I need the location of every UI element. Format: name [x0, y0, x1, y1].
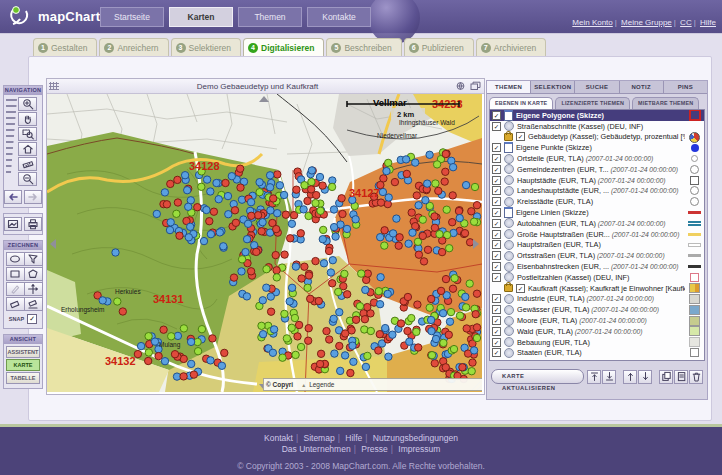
zoom-slider[interactable] — [6, 99, 17, 173]
layer-row[interactable]: ✓Postleitzahlen (Kassel) (DEU, INF) — [490, 272, 704, 283]
layer-row[interactable]: ✓Moore (EUR, TLA) (2007-01-24 00:00:00) — [490, 315, 704, 326]
footer-link-impressum[interactable]: Impressum — [398, 444, 440, 454]
tab-archivieren[interactable]: 7Archivieren — [476, 38, 547, 56]
footer-link-nutzungsbedingungen[interactable]: Nutzungsbedingungen — [373, 433, 458, 443]
edit-vertices-button[interactable] — [6, 282, 25, 296]
tab-themen[interactable]: THEMEN — [487, 81, 531, 93]
layer-row[interactable]: ✓Wald (EUR, TLA) (2007-01-24 00:00:00) — [490, 326, 704, 337]
layer-checkbox[interactable]: ✓ — [492, 186, 501, 195]
layer-checkbox[interactable]: ✓ — [516, 284, 525, 293]
delete-layer-button[interactable] — [689, 370, 703, 384]
footer-link-sitemap[interactable]: Sitemap — [303, 433, 334, 443]
nav-startseite[interactable]: Startseite — [100, 7, 164, 27]
footer-link-hilfe[interactable]: Hilfe — [345, 433, 362, 443]
print-button[interactable] — [24, 217, 42, 231]
layer-checkbox[interactable]: ✓ — [492, 251, 501, 260]
tab-selektieren[interactable]: 3Selektieren — [171, 38, 242, 56]
layer-row[interactable]: ✓Gemeindezentren (EUR, T... (2007-01-24 … — [490, 164, 704, 175]
view-tabelle-button[interactable]: TABELLE — [6, 372, 40, 384]
map-options-icon[interactable] — [456, 81, 467, 91]
measure-button[interactable] — [18, 157, 37, 171]
view-karte-button[interactable]: KARTE — [6, 359, 40, 371]
history-back-button[interactable] — [4, 190, 22, 204]
view-assistent-button[interactable]: ASSISTENT — [6, 346, 40, 358]
layer-row[interactable]: ✓Eigene Punkte (Skizze) — [490, 142, 704, 153]
drag-handle-icon[interactable] — [49, 82, 59, 90]
legend-toggle[interactable]: © Copyri ▲ Legende — [263, 378, 482, 391]
new-layer-button[interactable] — [674, 370, 688, 384]
layer-checkbox[interactable]: ✓ — [492, 338, 501, 347]
layer-row[interactable]: ✓Hauptstädte (EUR, TLA) (2007-01-24 00:0… — [490, 175, 704, 186]
move-layer-up-button[interactable] — [623, 370, 637, 384]
layer-checkbox[interactable]: ✓ — [492, 294, 501, 303]
link-meine-gruppe[interactable]: Meine Gruppe — [621, 18, 672, 27]
zoom-window-button[interactable] — [18, 127, 37, 141]
layer-row[interactable]: ✓Ortsstraßen (EUR, TLA) (2007-01-24 00:0… — [490, 250, 704, 261]
move-layer-bottom-button[interactable] — [602, 370, 616, 384]
move-node-button[interactable] — [24, 282, 43, 296]
layer-checkbox[interactable]: ✓ — [492, 327, 501, 336]
layer-checkbox[interactable]: ✓ — [492, 240, 501, 249]
layer-row[interactable]: ✓Autobahnen (EUR, TLA) (2007-01-24 00:00… — [490, 218, 704, 229]
export-image-button[interactable] — [4, 217, 22, 231]
layer-row[interactable]: ✓Bebauung (EUR, TLA) — [490, 337, 704, 348]
layer-row[interactable]: ✓Straßenabschnitte (Kassel) (DEU, INF) — [490, 121, 704, 132]
move-layer-top-button[interactable] — [587, 370, 601, 384]
layer-row[interactable]: ✓Gebäudetyp (Kassel); Gebäudetyp, prozen… — [490, 132, 704, 143]
layer-checkbox[interactable]: ✓ — [492, 165, 501, 174]
draw-rectangle-button[interactable] — [6, 267, 25, 281]
tab-gestalten[interactable]: 1Gestalten — [33, 38, 97, 56]
layer-checkbox[interactable]: ✓ — [492, 273, 501, 282]
draw-polygon-button[interactable] — [24, 267, 43, 281]
nav-kontakte[interactable]: Kontakte — [307, 7, 371, 27]
tab-selektion[interactable]: SELEKTION — [531, 81, 575, 93]
subtab-mietbare-themen[interactable]: MIETBARE THEMEN — [632, 97, 699, 109]
layer-checkbox[interactable]: ✓ — [492, 111, 501, 120]
layer-row[interactable]: ✓Eigene Linien (Skizze) — [490, 207, 704, 218]
layer-row[interactable]: ✓Eisenbahnstrecken (EUR, ... (2007-01-24… — [490, 261, 704, 272]
update-map-button[interactable]: KARTE AKTUALISIEREN — [491, 369, 584, 384]
detach-window-icon[interactable] — [470, 81, 481, 91]
nav-themen[interactable]: Themen — [238, 7, 302, 27]
draw-ellipse-button[interactable] — [6, 252, 25, 266]
copy-layer-button[interactable] — [659, 370, 673, 384]
link-mein-konto[interactable]: Mein Konto — [572, 18, 612, 27]
layer-row[interactable]: ✓Ortsteile (EUR, TLA) (2007-01-24 00:00:… — [490, 153, 704, 164]
draw-lasso-button[interactable] — [24, 252, 43, 266]
history-forward-button[interactable] — [24, 190, 42, 204]
subtab-lizenzierte-themen[interactable]: LIZENZIERTE THEMEN — [555, 97, 630, 109]
layer-checkbox[interactable]: ✓ — [492, 262, 501, 271]
layer-row[interactable]: ✓Eigene Polygone (Skizze) — [490, 110, 704, 121]
nav-karten[interactable]: Karten — [169, 7, 233, 27]
layer-checkbox[interactable]: ✓ — [492, 219, 501, 228]
layer-row[interactable]: ✓Große Hauptstraßen (EUR... (2007-01-24 … — [490, 229, 704, 240]
layer-checkbox[interactable]: ✓ — [492, 316, 501, 325]
tab-notiz[interactable]: NOTIZ — [620, 81, 664, 93]
pan-button[interactable] — [18, 112, 37, 126]
tab-beschreiben[interactable]: 5Beschreiben — [326, 38, 401, 56]
full-extent-button[interactable] — [18, 142, 37, 156]
map-canvas[interactable]: Vellmar34233Ihringshäuser WaldNiedervell… — [47, 94, 482, 392]
eraser-button[interactable] — [6, 297, 25, 311]
tab-anreichern[interactable]: 2Anreichern — [99, 38, 168, 56]
tab-pins[interactable]: PINS — [664, 81, 707, 93]
footer-link-kontakt[interactable]: Kontakt — [264, 433, 293, 443]
layer-checkbox[interactable]: ✓ — [492, 122, 501, 131]
tab-publizieren[interactable]: 6Publizieren — [404, 38, 474, 56]
layer-row[interactable]: ✓Gewässer (EUR, TLA) (2007-01-24 00:00:0… — [490, 304, 704, 315]
layer-row[interactable]: ✓Hauptstraßen (EUR, TLA) — [490, 240, 704, 251]
layer-checkbox[interactable]: ✓ — [492, 143, 501, 152]
layer-checkbox[interactable]: ✓ — [492, 305, 501, 314]
layer-checkbox[interactable]: ✓ — [492, 230, 501, 239]
move-layer-down-button[interactable] — [638, 370, 652, 384]
eraser-line-button[interactable] — [24, 297, 43, 311]
link-hilfe[interactable]: Hilfe — [700, 18, 716, 27]
snap-checkbox[interactable]: ✓ — [27, 314, 37, 324]
layer-row[interactable]: ✓Landeshauptstädte (EUR, ... (2007-01-24… — [490, 186, 704, 197]
footer-link-presse[interactable]: Presse — [361, 444, 387, 454]
footer-link-unternehmen[interactable]: Das Unternehmen — [282, 444, 351, 454]
tab-suche[interactable]: SUCHE — [575, 81, 619, 93]
layer-checkbox[interactable]: ✓ — [492, 154, 501, 163]
layer-checkbox[interactable]: ✓ — [516, 132, 525, 141]
zoom-in-button[interactable] — [18, 97, 37, 111]
